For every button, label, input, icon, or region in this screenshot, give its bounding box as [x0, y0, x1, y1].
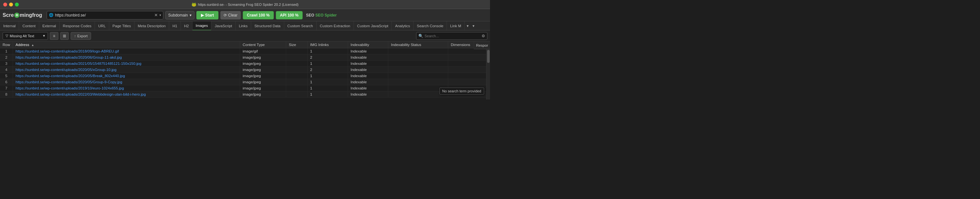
cell-indexability-status: [388, 48, 448, 54]
cell-address[interactable]: https://sunbird.se/wp-content/uploads/20…: [13, 85, 240, 91]
seo-spider-button[interactable]: SEO SEO Spider: [306, 13, 337, 18]
address-link[interactable]: https://sunbird.se/wp-content/uploads/20…: [16, 74, 125, 78]
column-header-size[interactable]: Size: [286, 41, 307, 48]
cell-address[interactable]: https://sunbird.se/wp-content/uploads/20…: [13, 73, 240, 79]
maximize-button[interactable]: [15, 3, 19, 6]
api-percent-button[interactable]: API 100 %: [276, 11, 303, 19]
cell-dimensions: [448, 79, 490, 85]
cell-content-type: image/jpeg: [240, 91, 286, 97]
cell-indexability: Indexable: [348, 91, 388, 97]
crawl-mode-selector[interactable]: Subdomain ▾: [165, 11, 194, 19]
cell-address[interactable]: https://sunbird.se/wp-content/uploads/20…: [13, 91, 240, 97]
cell-img-inlinks: 1: [307, 79, 348, 85]
cell-img-inlinks: 1: [307, 73, 348, 79]
search-settings-button[interactable]: ⚙: [482, 34, 485, 38]
address-link[interactable]: https://sunbird.se/wp-content/uploads/20…: [16, 80, 122, 84]
tab-h2[interactable]: H2: [181, 21, 192, 30]
table-row[interactable]: 4 https://sunbird.se/wp-content/uploads/…: [0, 67, 490, 73]
respor-column-header[interactable]: Respor: [474, 41, 490, 49]
list-icon: ≡: [53, 34, 55, 38]
address-link[interactable]: https://sunbird.se/wp-content/uploads/20…: [16, 49, 119, 53]
tab-custom-javascript[interactable]: Custom JavaScript: [354, 21, 392, 30]
table-row[interactable]: 6 https://sunbird.se/wp-content/uploads/…: [0, 79, 490, 85]
cell-address[interactable]: https://sunbird.se/wp-content/uploads/20…: [13, 79, 240, 85]
data-table-container[interactable]: Row Address ▲ Content Type Size IMG Inli…: [0, 41, 490, 100]
minimize-button[interactable]: [9, 3, 13, 6]
cell-size: [286, 79, 307, 85]
start-button[interactable]: ▶ Start: [196, 11, 218, 19]
tab-content[interactable]: Content: [19, 21, 39, 30]
tab-custom-extraction[interactable]: Custom Extraction: [317, 21, 354, 30]
tab-link-m[interactable]: Link M: [447, 21, 465, 30]
cell-row-number: 5: [0, 73, 13, 79]
crawl-percent-button[interactable]: Crawl 100 %: [243, 11, 274, 19]
tab-response-codes[interactable]: Response Codes: [60, 21, 95, 30]
tree-view-button[interactable]: ⊞: [60, 32, 69, 40]
export-button[interactable]: ↑ Export: [71, 32, 91, 40]
data-table: Row Address ▲ Content Type Size IMG Inli…: [0, 41, 490, 97]
clear-button[interactable]: ⟳ Clear: [220, 11, 241, 19]
address-link[interactable]: https://sunbird.se/wp-content/uploads/20…: [16, 56, 122, 59]
table-row[interactable]: 8 https://sunbird.se/wp-content/uploads/…: [0, 91, 490, 97]
tab-analytics[interactable]: Analytics: [392, 21, 414, 30]
scrollbar-thumb[interactable]: [487, 50, 490, 63]
cell-address[interactable]: https://sunbird.se/wp-content/uploads/20…: [13, 54, 240, 60]
vertical-scrollbar[interactable]: [486, 49, 490, 100]
address-link[interactable]: https://sunbird.se/wp-content/uploads/20…: [16, 86, 124, 90]
window-controls[interactable]: [3, 3, 19, 6]
close-button[interactable]: [3, 3, 7, 6]
url-clear-button[interactable]: ✕: [153, 13, 159, 18]
list-view-button[interactable]: ≡: [50, 32, 58, 40]
column-header-content-type[interactable]: Content Type: [240, 41, 286, 48]
tab-internal[interactable]: Internal: [0, 21, 19, 30]
cell-address[interactable]: https://sunbird.se/wp-content/uploads/20…: [13, 67, 240, 73]
logo-frog-icon: ⚙: [14, 13, 19, 18]
tab-meta-description[interactable]: Meta Description: [135, 21, 169, 30]
tab-search-console[interactable]: Search Console: [414, 21, 447, 30]
tab-javascript[interactable]: JavaScript: [211, 21, 235, 30]
tab-page-titles[interactable]: Page Titles: [109, 21, 135, 30]
cell-address[interactable]: https://sunbird.se/wp-content/uploads/20…: [13, 48, 240, 54]
cell-size: [286, 67, 307, 73]
url-dropdown-button[interactable]: ▾: [159, 13, 161, 17]
table-row[interactable]: 3 https://sunbird.se/wp-content/uploads/…: [0, 60, 490, 67]
crawl-mode-label: Subdomain: [168, 13, 188, 18]
table-row[interactable]: 2 https://sunbird.se/wp-content/uploads/…: [0, 54, 490, 60]
tab-external[interactable]: External: [39, 21, 60, 30]
address-link[interactable]: https://sunbird.se/wp-content/uploads/20…: [16, 68, 116, 72]
window-title: 🐸 https-sunbird-se- - Screaming Frog SEO…: [191, 2, 299, 7]
column-header-img-inlinks[interactable]: IMG Inlinks: [307, 41, 348, 48]
address-link[interactable]: https://sunbird.se/wp-content/uploads/20…: [16, 92, 146, 96]
table-header-row: Row Address ▲ Content Type Size IMG Inli…: [0, 41, 490, 48]
column-header-indexability-status[interactable]: Indexability Status: [388, 41, 448, 48]
cell-indexability-status: [388, 73, 448, 79]
address-link[interactable]: https://sunbird.se/wp-content/uploads/20…: [16, 62, 141, 65]
column-header-address[interactable]: Address ▲: [13, 41, 240, 48]
no-search-tooltip: No search term provided: [439, 88, 484, 95]
nav-tabs-bar: Internal Content External Response Codes…: [0, 21, 490, 30]
crawl-mode-chevron-icon: ▾: [189, 13, 191, 18]
tab-links[interactable]: Links: [235, 21, 251, 30]
table-row[interactable]: 1 https://sunbird.se/wp-content/uploads/…: [0, 48, 490, 54]
cell-size: [286, 85, 307, 91]
search-input[interactable]: [425, 34, 480, 38]
tab-overflow-button[interactable]: ▾: [465, 21, 471, 30]
tab-custom-search[interactable]: Custom Search: [284, 21, 317, 30]
tab-structured-data[interactable]: Structured Data: [251, 21, 284, 30]
column-header-row[interactable]: Row: [0, 41, 13, 48]
tab-overflow2-button[interactable]: ▾: [471, 21, 476, 30]
url-input[interactable]: [55, 13, 152, 18]
cell-address[interactable]: https://sunbird.se/wp-content/uploads/20…: [13, 60, 240, 67]
cell-img-inlinks: 1: [307, 85, 348, 91]
filter-dropdown[interactable]: ▽ Missing Alt Text ▾: [3, 32, 48, 40]
table-row[interactable]: 5 https://sunbird.se/wp-content/uploads/…: [0, 73, 490, 79]
cell-row-number: 2: [0, 54, 13, 60]
tab-url[interactable]: URL: [95, 21, 109, 30]
tab-h1[interactable]: H1: [169, 21, 181, 30]
cell-img-inlinks: 1: [307, 91, 348, 97]
column-header-indexability[interactable]: Indexability: [348, 41, 388, 48]
table-row[interactable]: 7 https://sunbird.se/wp-content/uploads/…: [0, 85, 490, 91]
tab-images[interactable]: Images: [192, 21, 212, 30]
cell-indexability: Indexable: [348, 73, 388, 79]
cell-indexability: Indexable: [348, 79, 388, 85]
